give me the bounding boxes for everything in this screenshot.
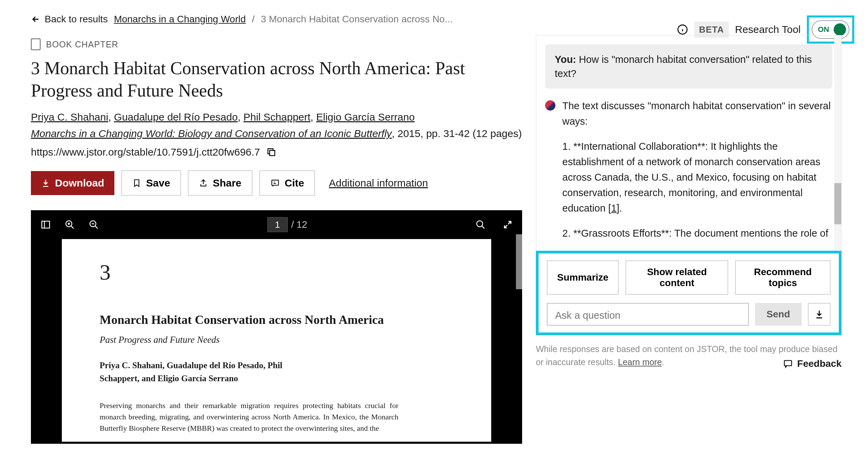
recommend-topics-chip[interactable]: Recommend topics [735,260,831,295]
chapter-number: 3 [100,260,453,285]
document-type: BOOK CHAPTER [31,38,522,50]
pdf-page: 3 Monarch Habitat Conservation across No… [62,239,491,442]
download-icon [814,309,824,319]
book-icon [31,38,41,50]
bookmark-icon [132,178,141,188]
copy-icon[interactable] [266,147,277,157]
svg-rect-7 [784,361,791,366]
back-to-results-link[interactable]: Back to results [31,14,108,25]
download-icon [41,179,50,188]
fullscreen-icon[interactable] [503,220,512,229]
svg-rect-3 [42,221,50,228]
download-chat-button[interactable] [808,303,831,326]
breadcrumb-book-link[interactable]: Monarchs in a Changing World [114,14,246,25]
chat-scrollbar-thumb[interactable] [834,183,841,224]
download-button[interactable]: Download [31,171,114,195]
input-highlight-box: Summarize Show related content Recommend… [536,251,842,335]
authors-line: Priya C. Shahani, Guadalupe del Río Pesa… [31,111,522,123]
author-link[interactable]: Eligio García Serrano [316,111,415,123]
suggestion-chips: Summarize Show related content Recommend… [547,260,831,295]
zoom-in-icon[interactable] [65,219,75,230]
pdf-page-control: / 12 [267,217,307,232]
svg-rect-1 [270,150,275,156]
arrow-left-icon [31,14,41,24]
zoom-out-icon[interactable] [89,219,99,230]
author-link[interactable]: Priya C. Shahani [31,111,108,123]
chat-panel: You: How is "monarch habitat conversatio… [536,35,842,251]
share-button[interactable]: Share [188,170,252,196]
source-title-link[interactable]: Monarchs in a Changing World: Biology an… [31,128,392,139]
page-title: 3 Monarch Habitat Conservation across No… [31,57,477,102]
source-line: Monarchs in a Changing World: Biology an… [31,128,522,139]
author-link[interactable]: Guadalupe del Río Pesado [114,111,238,123]
cite-icon [270,179,280,188]
action-bar: Download Save Share Cite Additional info… [31,170,522,196]
additional-info-link[interactable]: Additional information [329,177,428,189]
pdf-toolbar: / 12 [31,210,522,239]
stable-url: https://www.jstor.org/stable/10.7591/j.c… [31,146,522,158]
ai-avatar-icon [545,100,555,111]
search-icon[interactable] [475,219,486,230]
svg-point-6 [477,221,483,227]
pdf-title: Monarch Habitat Conservation across Nort… [100,313,453,327]
citation-link[interactable]: 1 [611,203,617,214]
user-message: You: How is "monarch habitat conversatio… [545,44,832,89]
author-link[interactable]: Phil Schappert [244,111,311,123]
learn-more-link[interactable]: Learn more [618,357,662,367]
save-button[interactable]: Save [121,170,181,196]
question-input[interactable] [547,303,749,326]
pdf-subtitle: Past Progress and Future Needs [100,335,453,345]
pdf-body: Preserving monarchs and their remarkable… [100,400,398,434]
cite-button[interactable]: Cite [259,170,315,196]
svg-rect-2 [272,180,279,185]
feedback-button[interactable]: Feedback [783,358,842,369]
pdf-authors: Priya C. Shahani, Guadalupe del Río Pesa… [100,359,323,385]
sidebar-toggle-icon[interactable] [41,219,51,230]
feedback-icon [783,359,793,369]
breadcrumb-separator: / [252,14,255,25]
ai-message: The text discusses "monarch habitat cons… [545,98,832,251]
summarize-chip[interactable]: Summarize [547,260,619,295]
related-content-chip[interactable]: Show related content [625,260,728,295]
pdf-viewer: / 12 3 Monarch Habitat Conservation ac [31,210,522,444]
pdf-page-input[interactable] [267,217,288,232]
send-button[interactable]: Send [755,303,802,326]
pdf-scrollbar[interactable] [516,234,522,289]
breadcrumb-current: 3 Monarch Habitat Conservation across No… [261,14,453,25]
share-icon [199,179,208,188]
